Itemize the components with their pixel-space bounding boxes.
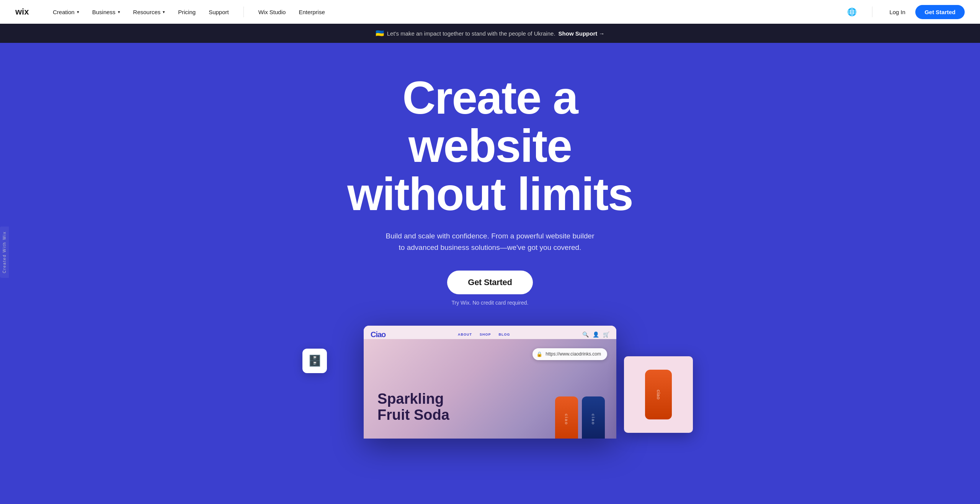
nav-creation[interactable]: Creation ▾ [47,6,85,18]
language-selector[interactable]: 🌐 [845,5,859,19]
hero-title: Create a website without limits [318,73,662,218]
banner-cta[interactable]: Show Support → [559,30,605,37]
nav-divider-right [872,7,872,17]
can-blue: ciao [582,396,605,439]
banner-message: Let's make an impact together to stand w… [387,30,555,37]
chevron-down-icon: ▾ [163,10,165,15]
site-nav-about: ABOUT [458,333,472,336]
url-text: https://www.ciaodrinks.com [546,351,601,357]
nav-pricing[interactable]: Pricing [173,6,201,18]
hero-preview-wrap: 🗄️ Ciao ABOUT SHOP BLOG 🔍 👤 🛒 [333,326,647,439]
nav-resources[interactable]: Resources ▾ [128,6,171,18]
secondary-can: ciao [645,370,672,419]
search-icon: 🔍 [582,331,589,338]
sec-can-label: ciao [656,390,662,400]
nav-right: 🌐 Log In Get Started [845,5,965,19]
chevron-down-icon: ▾ [77,10,79,15]
db-icon-float: 🗄️ [302,349,327,373]
site-icons: 🔍 👤 🛒 [582,331,609,338]
nav-wix-studio[interactable]: Wix Studio [253,6,291,18]
ukraine-banner: 🇺🇦 Let's make an impact together to stan… [0,24,980,43]
can-orange: ciao [555,396,578,439]
url-chip: 🔒 https://www.ciaodrinks.com [532,348,607,360]
nav-business[interactable]: Business ▾ [87,6,126,18]
product-cans: ciao ciao [555,396,605,439]
hero-notice: Try Wix. No credit card required. [452,300,529,306]
secondary-preview: ciao [624,356,693,433]
hero-cta-wrap: Get Started Try Wix. No credit card requ… [447,271,532,306]
ukraine-flag: 🇺🇦 [376,29,384,38]
user-icon: 👤 [593,331,599,338]
nav-support[interactable]: Support [203,6,234,18]
lock-icon: 🔒 [536,351,542,357]
wix-logo[interactable]: wix [15,8,34,16]
svg-text:wix: wix [15,8,29,16]
cart-icon: 🛒 [603,331,609,338]
browser-content: 🔒 https://www.ciaodrinks.com Sparkling F… [364,339,616,439]
chevron-down-icon: ▾ [118,10,120,15]
nav-get-started-button[interactable]: Get Started [915,5,965,19]
can-label-blue: ciao [582,396,605,439]
browser-chrome: Ciao ABOUT SHOP BLOG 🔍 👤 🛒 [364,326,616,339]
database-icon: 🗄️ [308,354,322,367]
site-logo: Ciao [371,330,385,339]
can-label-orange: ciao [555,396,578,439]
navbar: wix Creation ▾ Business ▾ Resources ▾ Pr… [0,0,980,24]
nav-enterprise[interactable]: Enterprise [293,6,330,18]
site-nav-shop: SHOP [480,333,491,336]
site-nav: ABOUT SHOP BLOG [458,333,510,336]
nav-divider [243,7,244,17]
hero-subtitle: Build and scale with confidence. From a … [383,230,597,254]
product-heading: Sparkling Fruit Soda [377,391,449,423]
login-button[interactable]: Log In [885,6,909,18]
side-created-label: Created With Wix [0,227,9,278]
hero-get-started-button[interactable]: Get Started [447,271,532,294]
site-nav-blog: BLOG [498,333,510,336]
nav-links: Creation ▾ Business ▾ Resources ▾ Pricin… [47,6,845,18]
browser-frame: Ciao ABOUT SHOP BLOG 🔍 👤 🛒 🔒 https://w [364,326,616,439]
hero-section: Create a website without limits Build an… [0,43,980,504]
